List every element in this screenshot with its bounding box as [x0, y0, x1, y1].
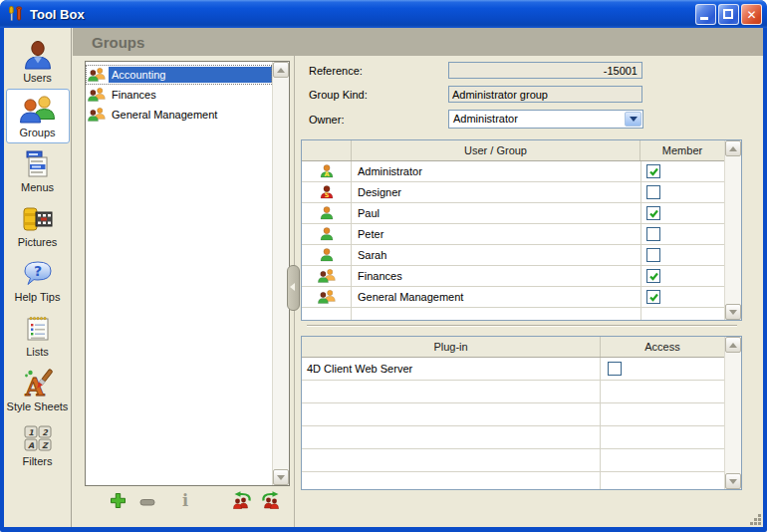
group-list-item[interactable]: Finances	[86, 85, 272, 105]
sidebar-item-label: Pictures	[18, 236, 58, 248]
designer-user-icon: S	[302, 182, 352, 202]
close-button[interactable]	[741, 4, 762, 25]
empty-cell	[601, 381, 724, 402]
minus-icon	[139, 493, 156, 511]
scroll-track[interactable]	[725, 156, 741, 304]
maximize-button[interactable]	[718, 4, 739, 25]
owner-selected-value: Administrator	[453, 113, 518, 125]
user-icon	[302, 245, 352, 265]
group-kind-label: Group Kind:	[309, 89, 368, 101]
groups-list-rows: AccountingFinancesGeneral Management	[86, 62, 272, 485]
sidebar-item-users[interactable]: Users	[6, 34, 70, 89]
sidebar-item-filters[interactable]: 12AZFilters	[6, 417, 70, 472]
plugins-table-main: Plug-in Access 4D Client Web Server	[302, 337, 724, 489]
member-checkbox[interactable]	[646, 164, 660, 178]
sidebar-item-pictures[interactable]: Pictures	[6, 198, 70, 253]
plugin-row[interactable]: 4D Client Web Server	[302, 358, 724, 381]
column-header-icon[interactable]	[302, 140, 352, 160]
column-header-user-group[interactable]: User / Group	[352, 140, 640, 160]
load-users-icon	[229, 491, 253, 513]
member-checkbox[interactable]	[646, 248, 660, 262]
groups-list: AccountingFinancesGeneral Management	[85, 61, 290, 486]
resize-grip[interactable]	[748, 512, 762, 526]
chevron-down-icon[interactable]	[625, 112, 641, 127]
member-row[interactable]: General Management	[302, 287, 724, 308]
group-name: Finances	[109, 87, 272, 103]
member-cell	[640, 224, 724, 244]
group-icon	[88, 87, 107, 103]
member-checkbox[interactable]	[646, 227, 660, 241]
group-detail-panel: Reference: -15001 Group Kind: Administra…	[301, 56, 763, 527]
plugin-name: 4D Client Web Server	[302, 358, 601, 380]
plugins-table-rows: 4D Client Web Server	[302, 358, 724, 489]
plugins-table-scrollbar[interactable]	[724, 337, 741, 489]
add-button[interactable]	[107, 493, 128, 511]
group-list-item[interactable]: Accounting	[86, 65, 272, 85]
owner-label: Owner:	[309, 114, 344, 126]
sidebar-item-lists[interactable]: Lists	[6, 308, 70, 363]
scroll-up-button[interactable]	[725, 140, 741, 156]
delete-button[interactable]	[136, 493, 158, 511]
info-button[interactable]: i	[174, 493, 196, 511]
empty-cell	[302, 472, 601, 489]
plus-icon	[110, 492, 127, 513]
member-row[interactable]: Sarah	[302, 245, 724, 266]
sidebar-item-label: Menus	[21, 181, 54, 193]
member-row[interactable]: Finances	[302, 266, 724, 287]
column-header-member[interactable]: Member	[640, 140, 724, 160]
save-group-button[interactable]	[260, 493, 282, 511]
svg-text:A: A	[27, 441, 34, 450]
scroll-down-button[interactable]	[725, 473, 741, 489]
scroll-down-button[interactable]	[725, 304, 741, 320]
column-header-access[interactable]: Access	[601, 337, 724, 357]
sidebar-item-label: Filters	[23, 455, 53, 467]
scroll-down-button[interactable]	[273, 469, 289, 485]
lists-icon	[23, 312, 53, 346]
sidebar-item-label: Help Tips	[15, 291, 61, 303]
member-checkbox[interactable]	[646, 290, 660, 304]
group-name: General Management	[109, 107, 272, 123]
menus-icon	[23, 147, 53, 181]
member-cell	[640, 161, 724, 181]
group-name: Accounting	[109, 67, 272, 83]
group-list-item[interactable]: General Management	[86, 105, 272, 125]
member-row[interactable]: Paul	[302, 203, 724, 224]
members-table-header: User / Group Member	[302, 140, 724, 161]
member-checkbox[interactable]	[646, 185, 660, 199]
sidebar-item-style-sheets[interactable]: AStyle Sheets	[6, 363, 70, 417]
scroll-track[interactable]	[725, 353, 741, 473]
member-checkbox[interactable]	[646, 269, 660, 283]
members-table-scrollbar[interactable]	[724, 140, 741, 320]
empty-cell	[302, 403, 601, 425]
help-tips-icon: ?	[23, 257, 53, 291]
member-row[interactable]: Peter	[302, 224, 724, 245]
member-row-empty	[302, 308, 724, 320]
member-row[interactable]: AAdministrator	[302, 161, 724, 182]
owner-select[interactable]: Administrator	[448, 110, 643, 129]
empty-cell	[601, 472, 724, 489]
load-group-button[interactable]	[230, 493, 252, 511]
plugin-row-empty	[302, 472, 724, 489]
scroll-up-button[interactable]	[273, 62, 289, 78]
member-name: Sarah	[352, 245, 640, 265]
empty-cell	[601, 403, 724, 425]
sidebar-item-menus[interactable]: Menus	[6, 143, 70, 198]
plugins-table: Plug-in Access 4D Client Web Server	[301, 336, 742, 490]
minimize-button[interactable]	[695, 4, 716, 25]
sidebar-item-label: Lists	[26, 346, 49, 358]
group-kind-field: Administrator group	[448, 86, 642, 103]
user-icon	[302, 203, 352, 223]
empty-cell	[302, 449, 601, 471]
splitter-handle[interactable]	[287, 265, 300, 311]
toolbox-window: Tool Box UsersGroupsMenusPictures?Help T…	[0, 0, 767, 532]
member-row[interactable]: SDesigner	[302, 182, 724, 203]
reference-field: -15001	[448, 62, 642, 79]
member-checkbox[interactable]	[646, 206, 660, 220]
scroll-up-button[interactable]	[725, 337, 741, 353]
save-users-icon	[259, 491, 283, 513]
sidebar-item-groups[interactable]: Groups	[6, 89, 70, 143]
column-header-plugin[interactable]: Plug-in	[302, 337, 601, 357]
access-checkbox[interactable]	[608, 362, 622, 376]
sidebar-item-help-tips[interactable]: ?Help Tips	[6, 253, 70, 308]
titlebar[interactable]: Tool Box	[0, 0, 767, 28]
